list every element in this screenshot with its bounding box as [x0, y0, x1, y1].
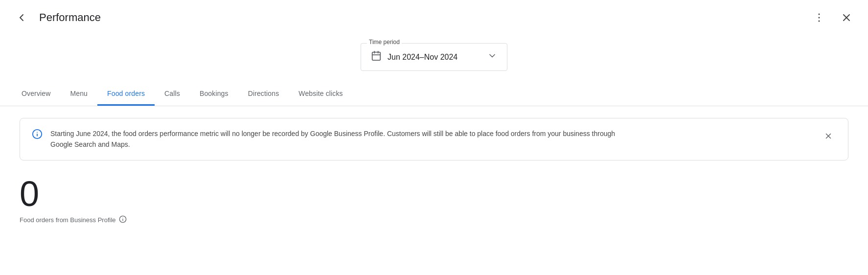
header-left: Performance	[12, 8, 101, 27]
time-period-label: Time period	[367, 39, 402, 46]
tab-website-clicks[interactable]: Website clicks	[289, 83, 352, 106]
svg-point-0	[819, 14, 820, 15]
info-banner-left: Starting June 2024, the food orders perf…	[32, 128, 638, 150]
header: Performance	[0, 0, 868, 35]
dismiss-banner-button[interactable]	[821, 128, 836, 144]
info-banner: Starting June 2024, the food orders perf…	[20, 118, 848, 160]
time-period-wrapper: Time period Jun 2024–Nov 2024	[361, 43, 507, 71]
info-banner-text: Starting June 2024, the food orders perf…	[50, 128, 638, 150]
page-title: Performance	[39, 11, 101, 24]
more-options-button[interactable]	[809, 8, 829, 27]
metric-value: 0	[20, 176, 848, 211]
time-period-section: Time period Jun 2024–Nov 2024	[0, 35, 868, 83]
tab-menu[interactable]: Menu	[60, 83, 97, 106]
tabs-nav: Overview Menu Food orders Calls Bookings…	[12, 83, 856, 106]
tab-calls[interactable]: Calls	[155, 83, 190, 106]
calendar-icon	[371, 50, 382, 64]
metric-info-icon	[119, 215, 127, 225]
tab-directions[interactable]: Directions	[238, 83, 289, 106]
dropdown-arrow-icon	[487, 51, 497, 63]
tab-overview[interactable]: Overview	[12, 83, 60, 106]
svg-point-1	[819, 17, 820, 19]
tab-bookings[interactable]: Bookings	[190, 83, 238, 106]
metric-label-row: Food orders from Business Profile	[20, 215, 848, 225]
svg-rect-5	[372, 52, 381, 61]
close-button[interactable]	[837, 8, 856, 27]
tab-food-orders[interactable]: Food orders	[97, 83, 155, 106]
back-button[interactable]	[12, 8, 31, 27]
tabs-container: Overview Menu Food orders Calls Bookings…	[0, 83, 868, 106]
content-area: Starting June 2024, the food orders perf…	[0, 106, 868, 236]
time-period-select[interactable]: Jun 2024–Nov 2024	[369, 44, 499, 70]
svg-point-2	[819, 21, 820, 22]
header-right	[809, 8, 856, 27]
info-icon	[32, 129, 43, 142]
time-period-value: Jun 2024–Nov 2024	[388, 53, 481, 62]
metric-label: Food orders from Business Profile	[20, 216, 116, 224]
